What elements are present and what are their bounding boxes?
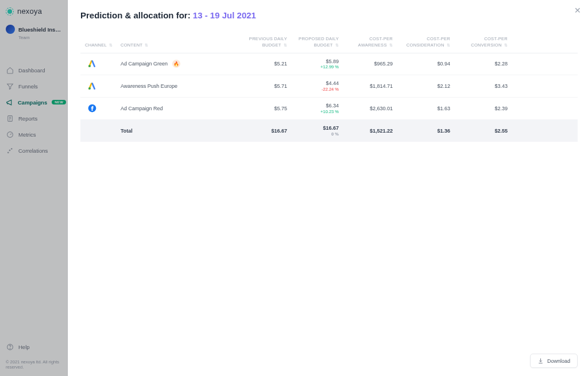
col-cp-consideration[interactable]: COST-PERCONSIDERATION⇅: [393, 36, 450, 48]
col-prop-budget[interactable]: PROPOSED DAILYBUDGET⇅: [287, 36, 339, 48]
megaphone-icon: [6, 98, 13, 106]
page-title: Prediction & allocation for: 13 - 19 Jul…: [80, 10, 578, 20]
allocation-table: CHANNEL⇅ CONTENT⇅ PREVIOUS DAILYBUDGET⇅ …: [80, 36, 578, 142]
total-label: Total: [121, 128, 235, 134]
nav-correlations-label: Correlations: [18, 148, 48, 154]
title-prefix: Prediction & allocation for:: [80, 10, 193, 20]
sort-icon: ⇅: [109, 42, 113, 48]
brand-logo[interactable]: nexoya: [0, 0, 67, 21]
col-content[interactable]: CONTENT⇅: [121, 36, 235, 48]
cp-awareness: $2,630.01: [339, 106, 393, 111]
org-name: Blueshield Insuran…: [18, 26, 61, 33]
cp-conversion: $2.39: [450, 106, 508, 111]
content-label: Awareness Push Europe: [121, 83, 177, 89]
cp-consideration: $2.12: [393, 83, 450, 89]
col-channel[interactable]: CHANNEL⇅: [85, 36, 121, 48]
cp-awareness: $1,814.71: [339, 83, 393, 89]
svg-point-2: [7, 152, 9, 153]
funnel-icon: [6, 82, 14, 90]
fire-icon: 🔥: [172, 60, 180, 68]
cp-conversion: $3.43: [450, 83, 508, 89]
prev-budget: $5.21: [235, 61, 287, 67]
nav-reports[interactable]: Reports: [0, 110, 67, 126]
table-row[interactable]: Awareness Push Europe$5.71$4.44-22.24 %$…: [80, 75, 578, 98]
delta: -22.24 %: [322, 87, 339, 92]
col-cp-conversion[interactable]: COST-PERCONVERSION⇅: [450, 36, 508, 48]
prop-budget: $6.34+10.23 %: [287, 103, 339, 114]
brand-name: nexoya: [17, 7, 42, 15]
org-avatar-icon: [6, 25, 15, 34]
download-label: Download: [547, 358, 570, 364]
facebook-icon: [87, 104, 96, 113]
home-icon: [6, 66, 14, 74]
google-ads-icon: [87, 82, 96, 91]
sidebar-footer: Help © 2021 nexoya ltd. All rights reser…: [0, 335, 67, 377]
content-label: Ad Campaign Green: [121, 61, 168, 67]
title-date-range: 13 - 19 Jul 2021: [193, 10, 256, 20]
sidebar: nexoya Blueshield Insuran… Team Dashboar…: [0, 0, 68, 376]
org-switcher[interactable]: Blueshield Insuran…: [0, 21, 67, 35]
copyright: © 2021 nexoya ltd. All rights reserved.: [6, 354, 61, 371]
nav-funnels-label: Funnels: [18, 83, 38, 90]
nav-campaigns[interactable]: Campaigns NEW: [0, 94, 67, 110]
svg-point-3: [9, 150, 10, 151]
svg-point-4: [11, 148, 12, 149]
channel-cell: [85, 104, 121, 113]
nav-new-badge: NEW: [52, 100, 66, 104]
main-panel: ✕ Prediction & allocation for: 13 - 19 J…: [68, 0, 588, 376]
nav-dashboard[interactable]: Dashboard: [0, 62, 67, 78]
help-label: Help: [18, 344, 30, 350]
prev-budget: $5.71: [235, 83, 287, 89]
table-row[interactable]: Ad Campaign Green🔥$5.21$5.89+12.99 %$965…: [80, 53, 578, 76]
delta: +10.23 %: [320, 109, 339, 114]
cp-consideration: $0.94: [393, 61, 450, 67]
sort-icon: ⇅: [145, 42, 148, 48]
cp-awareness: $965.29: [339, 61, 393, 67]
content-cell: Awareness Push Europe: [121, 83, 235, 89]
nav-metrics[interactable]: Metrics: [0, 126, 67, 142]
col-prev-budget[interactable]: PREVIOUS DAILYBUDGET⇅: [235, 36, 287, 48]
total-consideration: $1.36: [393, 128, 450, 134]
svg-point-8: [88, 87, 91, 90]
nav-campaigns-label: Campaigns: [18, 99, 47, 106]
help-link[interactable]: Help: [6, 341, 61, 354]
svg-point-6: [10, 348, 10, 349]
prev-budget: $5.75: [235, 106, 287, 111]
cp-consideration: $1.63: [393, 106, 450, 111]
close-icon[interactable]: ✕: [574, 6, 581, 15]
content-cell: Ad Campaign Green🔥: [121, 60, 235, 68]
channel-cell: [85, 82, 121, 91]
content-cell: Ad Campaign Red: [121, 106, 235, 111]
download-button[interactable]: Download: [530, 354, 578, 368]
prop-budget: $4.44-22.24 %: [287, 80, 339, 92]
help-icon: [6, 343, 14, 351]
table-total-row: Total $16.67 $16.67 0 % $1,521.22 $1.36 …: [80, 120, 578, 142]
total-prop: $16.67 0 %: [287, 125, 339, 137]
table-header: CHANNEL⇅ CONTENT⇅ PREVIOUS DAILYBUDGET⇅ …: [80, 36, 578, 53]
nav-funnels[interactable]: Funnels: [0, 78, 67, 94]
total-delta: 0 %: [331, 131, 339, 137]
nav-correlations[interactable]: Correlations: [0, 142, 67, 158]
nav-dashboard-label: Dashboard: [18, 67, 45, 73]
scatter-icon: [6, 146, 14, 154]
total-conversion: $2.55: [450, 128, 508, 134]
prop-budget: $5.89+12.99 %: [287, 59, 339, 70]
nav-reports-label: Reports: [18, 115, 37, 122]
channel-cell: [85, 59, 121, 68]
google-ads-icon: [87, 59, 96, 68]
nav-metrics-label: Metrics: [18, 131, 36, 138]
cp-conversion: $2.28: [450, 61, 508, 67]
download-icon: [537, 358, 544, 364]
nav: Dashboard Funnels Campaigns NEW Reports …: [0, 47, 67, 158]
gauge-icon: [6, 130, 14, 138]
sort-icon: ⇅: [504, 42, 508, 48]
total-awareness: $1,521.22: [339, 128, 393, 134]
document-icon: [6, 114, 14, 122]
col-cp-awareness[interactable]: COST-PERAWARENESS⇅: [339, 36, 393, 48]
total-prev: $16.67: [235, 128, 287, 134]
org-plan: Team: [0, 35, 67, 47]
content-label: Ad Campaign Red: [121, 106, 163, 111]
table-row[interactable]: Ad Campaign Red$5.75$6.34+10.23 %$2,630.…: [80, 98, 578, 120]
brand-mark-icon: [6, 7, 14, 15]
svg-point-7: [88, 65, 91, 67]
